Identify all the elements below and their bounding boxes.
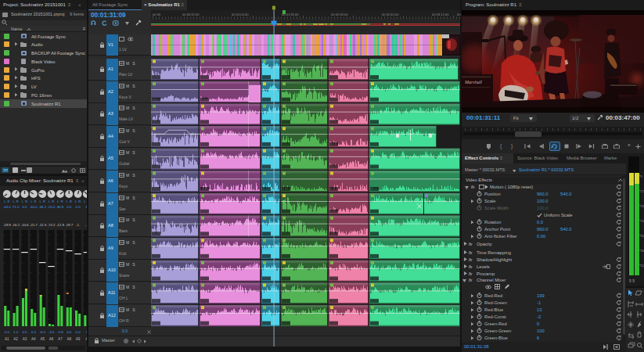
svg-text:42: 42	[641, 264, 644, 268]
svg-text:6: 6	[641, 174, 643, 178]
svg-text:12: 12	[641, 189, 644, 193]
svg-text:30: 30	[641, 234, 644, 238]
svg-text:24: 24	[641, 219, 644, 223]
svg-text:36: 36	[641, 249, 644, 253]
svg-text:18: 18	[641, 204, 644, 208]
svg-text:5 5: 5 5	[629, 278, 635, 283]
